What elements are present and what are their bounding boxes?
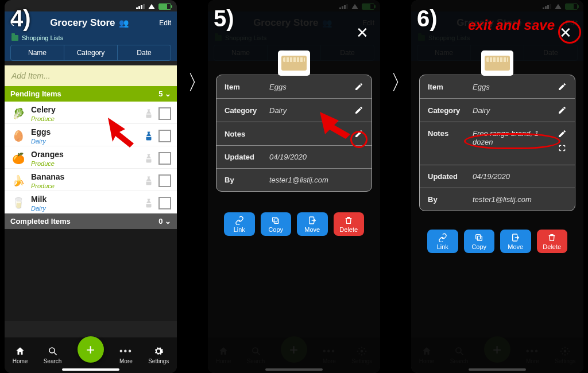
search-tab[interactable]: Search [44,346,62,364]
annotation-circle [558,21,581,44]
item-name: Bananas [31,172,139,181]
step-arrow: 〉 [187,69,208,97]
close-button[interactable]: ✕ [353,23,372,42]
microscope-icon[interactable] [144,153,154,164]
home-indicator [62,368,119,371]
field-label-category: Category [225,106,264,115]
step-number: 4) [10,6,31,32]
checkbox[interactable] [158,130,171,142]
empty-area [5,229,177,321]
item-thumb: 🥛 [10,195,26,211]
more-tab[interactable]: ••• More [119,346,133,364]
edit-button[interactable]: Edit [159,19,171,27]
microscope-icon[interactable] [144,108,154,119]
action-bar: Link Copy Move Delete [427,230,567,253]
wifi-icon [148,4,155,9]
link-button[interactable]: Link [224,212,255,236]
field-value-updated: 04/19/2020 [269,153,363,161]
breadcrumb[interactable]: Shopping Lists [5,34,177,45]
item-thumb: 🥚 [10,128,26,144]
search-icon [48,346,58,356]
item-thumb: 🥬 [10,106,26,122]
annotation-circle [350,131,368,148]
field-label-updated: Updated [225,153,264,161]
expand-icon[interactable] [558,144,566,152]
edit-icon[interactable] [558,82,567,91]
field-label-notes: Notes [428,129,467,138]
item-thumb: 🍊 [10,150,26,166]
svg-rect-10 [478,236,482,240]
svg-rect-4 [273,217,277,222]
svg-point-0 [49,348,55,353]
field-value-by: tester1@listij.com [269,176,363,184]
svg-rect-3 [274,219,279,223]
microscope-icon[interactable] [144,198,154,208]
field-label-item: Item [225,83,264,91]
field-label-updated: Updated [428,172,467,181]
completed-header[interactable]: Completed Items 0 ⌄ [5,213,177,229]
edit-icon[interactable] [354,82,363,91]
checkbox[interactable] [158,107,171,120]
item-category: Dairy [31,205,139,212]
svg-rect-11 [476,235,481,239]
list-item[interactable]: 🍊 Oranges Produce [5,146,177,169]
link-button[interactable]: Link [427,230,458,253]
sort-tabs: Name Category Date [10,45,171,61]
tab-date[interactable]: Date [118,45,171,60]
add-item-input[interactable]: Add Item... [5,65,177,86]
item-image [481,50,513,76]
item-image [278,50,310,76]
home-tab[interactable]: Home [13,346,28,364]
gear-icon [153,346,164,356]
annotation-arrow [102,112,142,152]
svg-marker-2 [108,118,134,147]
copy-button[interactable]: Copy [261,212,292,236]
tab-category[interactable]: Category [64,45,118,60]
microscope-icon[interactable] [144,176,154,186]
delete-button[interactable]: Delete [334,212,365,236]
page-title: Grocery Store 👥 [19,17,159,29]
field-label-category: Category [428,106,467,115]
folder-icon [11,35,18,41]
signal-icon [136,4,145,9]
item-name: Milk [31,195,139,204]
step-number: 5) [214,6,234,32]
field-label-by: By [428,195,467,204]
svg-line-1 [54,352,57,355]
checkbox[interactable] [158,197,171,209]
shared-icon: 👥 [119,18,129,28]
settings-tab[interactable]: Settings [148,346,169,364]
item-category: Produce [31,160,139,167]
list-item[interactable]: 🥬 Celery Produce [5,102,177,124]
tab-name[interactable]: Name [11,45,64,60]
field-value-by: tester1@listij.com [473,195,567,204]
home-icon [15,346,25,356]
checkbox[interactable] [158,152,171,165]
field-label-item: Item [428,83,467,91]
add-fab[interactable]: + [78,336,104,363]
step-arrow: 〉 [390,69,411,97]
list-item[interactable]: 🥚 Eggs Dairy [5,124,177,146]
field-value-category: Dairy [473,106,552,115]
list-item[interactable]: 🍌 Bananas Produce [5,169,177,191]
field-value-updated: 04/19/2020 [473,172,567,181]
copy-button[interactable]: Copy [464,230,495,253]
tab-bar: Home Search + ••• More Settings [5,337,177,373]
edit-icon[interactable] [558,106,567,115]
checkbox[interactable] [158,174,171,187]
edit-notes-icon[interactable] [558,129,567,138]
field-value-item: Eggs [269,83,349,91]
item-category: Produce [31,182,139,189]
list-item[interactable]: 🥛 Milk Dairy [5,191,177,213]
move-button[interactable]: Move [297,212,328,236]
delete-button[interactable]: Delete [537,230,568,253]
annotation-text: exit and save [468,17,555,33]
pending-header[interactable]: Pending Items 5 ⌄ [5,86,177,102]
action-bar: Link Copy Move Delete [224,212,364,236]
svg-marker-6 [320,112,350,139]
item-thumb: 🍌 [10,173,26,189]
move-button[interactable]: Move [500,230,531,253]
step-number: 6) [417,6,438,32]
microscope-icon[interactable] [144,131,154,141]
battery-icon [158,3,171,10]
